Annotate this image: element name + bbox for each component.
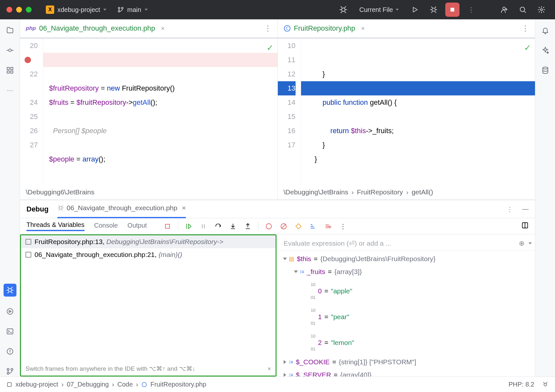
chevron-down-icon[interactable] bbox=[529, 242, 532, 244]
search-button[interactable] bbox=[516, 3, 530, 17]
debug-session-tab[interactable]: 06_Navigate_through_execution.php × bbox=[57, 200, 186, 218]
close-tab-icon[interactable]: × bbox=[182, 204, 186, 212]
resume-icon[interactable] bbox=[184, 222, 193, 231]
status-crumb[interactable]: FruitRepository.php bbox=[150, 381, 206, 388]
close-tab-icon[interactable]: × bbox=[361, 25, 365, 32]
breadcrumb-item[interactable]: \Debugging\JetBrains bbox=[284, 188, 348, 196]
breadcrumb-item[interactable]: \Debugging6\JetBrains bbox=[26, 188, 94, 196]
minimize-panel-button[interactable]: — bbox=[522, 205, 529, 213]
expand-icon[interactable] bbox=[283, 258, 287, 260]
tab-options-button[interactable]: ⋮ bbox=[264, 24, 272, 33]
add-watch-icon[interactable]: ⊕ bbox=[519, 240, 525, 247]
commit-tool-button[interactable] bbox=[5, 45, 15, 55]
step-over-icon[interactable] bbox=[214, 222, 223, 231]
step-into-icon[interactable] bbox=[228, 222, 237, 231]
step-out-icon[interactable] bbox=[243, 222, 252, 231]
status-crumb[interactable]: 07_Debugging bbox=[67, 381, 109, 388]
expand-icon[interactable] bbox=[284, 360, 286, 364]
stack-frame[interactable]: 06_Navigate_through_execution.php:21, {m… bbox=[21, 248, 276, 261]
listener-icon[interactable] bbox=[542, 381, 549, 388]
svg-point-25 bbox=[266, 223, 272, 229]
project-tool-button[interactable] bbox=[5, 25, 15, 35]
svg-point-28 bbox=[543, 67, 548, 69]
expand-icon[interactable] bbox=[294, 270, 298, 273]
breadcrumb-item[interactable]: getAll() bbox=[412, 188, 433, 196]
debug-listen-button[interactable] bbox=[336, 3, 350, 17]
php-file-icon: php bbox=[26, 25, 36, 32]
debug-header: Debug 06_Navigate_through_execution.php … bbox=[20, 200, 535, 218]
pause-icon[interactable] bbox=[199, 222, 208, 231]
breakpoint-icon[interactable] bbox=[264, 222, 273, 231]
more-tools-button[interactable]: ⋯ bbox=[5, 85, 15, 95]
bug-icon bbox=[57, 205, 64, 211]
minimize-window-button[interactable] bbox=[16, 7, 22, 13]
close-tab-icon[interactable]: × bbox=[161, 25, 165, 32]
zoom-window-button[interactable] bbox=[26, 7, 32, 13]
run-button[interactable] bbox=[408, 3, 422, 17]
stack-frame[interactable]: FruitRepository.php:13, Debugging\JetBra… bbox=[21, 235, 276, 248]
nav-icon[interactable] bbox=[6, 382, 12, 387]
add-watch-icon[interactable] bbox=[324, 222, 333, 231]
source-code[interactable]: ✓ } public function getAll() { return $t… bbox=[301, 39, 535, 185]
more-actions-button[interactable]: ⋮ bbox=[464, 3, 478, 17]
stop-button[interactable] bbox=[445, 3, 459, 17]
close-window-button[interactable] bbox=[6, 7, 12, 13]
database-button[interactable] bbox=[540, 65, 550, 75]
svg-rect-11 bbox=[11, 67, 13, 70]
breadcrumbs[interactable]: \Debugging6\JetBrains bbox=[20, 185, 278, 200]
debug-button[interactable] bbox=[427, 3, 441, 17]
svg-point-14 bbox=[8, 289, 12, 292]
chevron-down-icon bbox=[103, 9, 106, 11]
services-tool-button[interactable] bbox=[5, 306, 15, 317]
tab-options-button[interactable]: ⋮ bbox=[521, 24, 529, 33]
debug-panel: Debug 06_Navigate_through_execution.php … bbox=[20, 200, 535, 377]
code-with-me-button[interactable] bbox=[497, 3, 511, 17]
eval-placeholder: Evaluate expression (⏎) or add a ... bbox=[284, 240, 391, 247]
svg-text:C: C bbox=[286, 26, 288, 31]
editor-right: C FruitRepository.php × ⋮ 10111213141516… bbox=[278, 19, 535, 200]
structure-tool-button[interactable] bbox=[5, 65, 15, 75]
ai-assistant-button[interactable] bbox=[540, 45, 550, 55]
terminal-tool-button[interactable] bbox=[5, 326, 15, 337]
chevron-down-icon bbox=[396, 9, 399, 11]
source-code[interactable]: ✓ $fruitRepository = new FruitRepository… bbox=[43, 39, 278, 185]
git-branch-selector[interactable]: main bbox=[114, 5, 151, 15]
line-gutter: 202122 24252627 bbox=[20, 39, 43, 185]
project-selector[interactable]: X xdebug-project bbox=[43, 4, 110, 15]
variables-pane: Evaluate expression (⏎) or add a ... ⊕ ▤… bbox=[277, 234, 535, 377]
breadcrumbs[interactable]: \Debugging\JetBrains› FruitRepository› g… bbox=[278, 185, 535, 200]
debug-tool-button[interactable] bbox=[4, 284, 16, 297]
debug-title: Debug bbox=[26, 205, 48, 213]
svg-rect-24 bbox=[166, 224, 170, 228]
editor-tab[interactable]: C FruitRepository.php × bbox=[284, 24, 365, 33]
mute-breakpoints-icon[interactable] bbox=[279, 222, 288, 231]
var-name: 0 bbox=[318, 285, 322, 298]
status-crumb[interactable]: xdebug-project bbox=[15, 381, 58, 388]
problems-tool-button[interactable] bbox=[5, 346, 15, 357]
settings-button[interactable] bbox=[534, 3, 549, 17]
php-version[interactable]: PHP: 8.2 bbox=[509, 381, 534, 388]
run-config-selector[interactable]: Current File bbox=[355, 4, 403, 15]
status-crumb[interactable]: Code bbox=[117, 381, 133, 388]
debug-session-name: 06_Navigate_through_execution.php bbox=[66, 204, 177, 212]
debug-options-button[interactable]: ⋮ bbox=[507, 205, 513, 213]
code-editor[interactable]: 1011121314151617 ✓ } public function get… bbox=[278, 39, 535, 185]
layout-settings-icon[interactable] bbox=[521, 222, 529, 230]
breadcrumb-item[interactable]: FruitRepository bbox=[357, 188, 403, 196]
evaluate-input[interactable]: Evaluate expression (⏎) or add a ... ⊕ bbox=[280, 236, 535, 250]
sort-vars-icon[interactable] bbox=[309, 222, 318, 231]
threads-tab[interactable]: Threads & Variables bbox=[26, 221, 85, 231]
view-breakpoints-icon[interactable] bbox=[294, 222, 303, 231]
output-tab[interactable]: Output bbox=[127, 222, 147, 230]
inspection-ok-icon: ✓ bbox=[524, 41, 531, 55]
console-tab[interactable]: Console bbox=[94, 222, 118, 230]
variables-tree[interactable]: ▤ $this = {Debugging\JetBrains\FruitRepo… bbox=[280, 250, 535, 377]
close-hint-icon[interactable]: × bbox=[267, 365, 271, 372]
code-editor[interactable]: 202122 24252627 ✓ $fruitRepository = new… bbox=[20, 39, 278, 185]
editor-tab[interactable]: php 06_Navigate_through_execution.php × bbox=[26, 24, 165, 33]
expand-icon[interactable] bbox=[284, 373, 286, 377]
git-tool-button[interactable] bbox=[5, 366, 15, 377]
more-debug-icon[interactable]: ⋮ bbox=[338, 222, 348, 231]
notifications-button[interactable] bbox=[540, 25, 550, 35]
stop-icon[interactable] bbox=[163, 222, 172, 231]
